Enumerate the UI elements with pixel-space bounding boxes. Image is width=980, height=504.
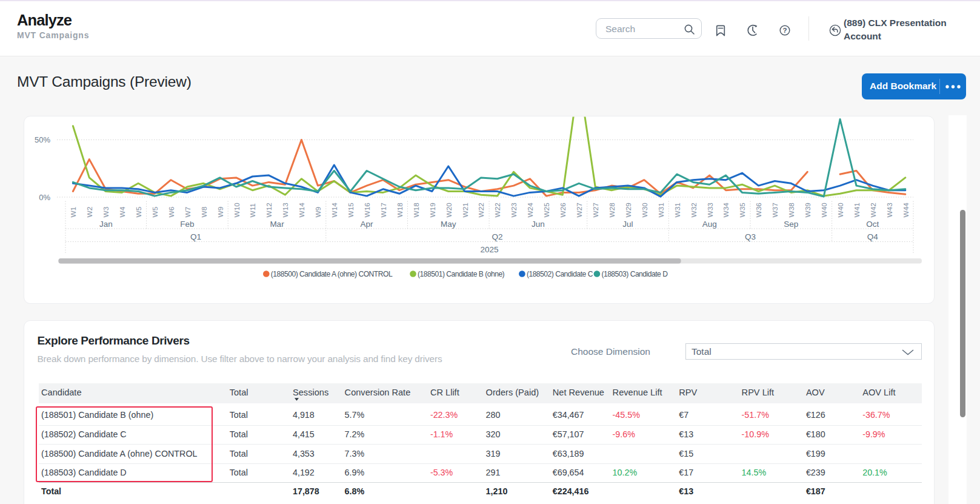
svg-text:W9: W9 <box>216 206 225 217</box>
svg-text:Apr: Apr <box>361 219 374 228</box>
svg-text:W33: W33 <box>706 202 715 217</box>
svg-text:W32: W32 <box>690 203 698 217</box>
svg-text:W14: W14 <box>330 202 339 217</box>
svg-text:W40: W40 <box>836 202 845 217</box>
svg-text:W44: W44 <box>902 202 910 217</box>
svg-text:Oct: Oct <box>866 219 879 228</box>
svg-text:W8: W8 <box>200 206 208 217</box>
svg-text:W5: W5 <box>151 206 159 217</box>
svg-text:Jun: Jun <box>532 219 545 228</box>
svg-text:W36: W36 <box>755 202 763 217</box>
svg-text:Sep: Sep <box>784 219 798 228</box>
svg-text:W41: W41 <box>853 203 861 217</box>
svg-text:W19: W19 <box>428 203 437 217</box>
svg-text:W3: W3 <box>102 206 110 217</box>
svg-text:W27: W27 <box>592 203 600 217</box>
svg-text:W26: W26 <box>559 202 567 217</box>
svg-text:W42: W42 <box>869 203 878 217</box>
svg-text:W16: W16 <box>363 202 372 217</box>
svg-text:W15: W15 <box>347 202 355 217</box>
svg-text:2025: 2025 <box>480 244 498 254</box>
svg-text:W1: W1 <box>69 206 78 217</box>
svg-text:Q4: Q4 <box>867 232 879 241</box>
svg-text:?: ? <box>782 27 787 34</box>
svg-text:W24: W24 <box>526 202 535 217</box>
svg-text:W18: W18 <box>396 202 404 217</box>
svg-text:Feb: Feb <box>180 219 194 228</box>
svg-text:W30: W30 <box>641 202 649 217</box>
svg-text:W38: W38 <box>787 202 796 217</box>
svg-text:W5: W5 <box>135 206 143 217</box>
svg-text:(188503) Candidate D: (188503) Candidate D <box>601 270 668 278</box>
svg-text:W7: W7 <box>184 206 192 217</box>
svg-text:W13: W13 <box>281 202 290 217</box>
svg-text:W10: W10 <box>233 202 241 217</box>
svg-text:W11: W11 <box>248 203 257 217</box>
svg-text:Jul: Jul <box>622 219 633 228</box>
svg-text:W9: W9 <box>314 206 322 217</box>
svg-text:W22: W22 <box>493 203 502 217</box>
svg-text:50%: 50% <box>35 135 50 144</box>
svg-text:W31: W31 <box>673 203 682 217</box>
svg-text:Mar: Mar <box>270 219 284 228</box>
svg-text:Jan: Jan <box>99 219 113 228</box>
svg-text:(188502) Candidate C: (188502) Candidate C <box>527 270 593 278</box>
svg-text:W27: W27 <box>575 203 584 217</box>
svg-text:W37: W37 <box>771 203 779 217</box>
svg-text:May: May <box>441 219 456 228</box>
svg-text:Q3: Q3 <box>745 232 756 241</box>
svg-text:W2: W2 <box>85 206 94 217</box>
svg-text:W39: W39 <box>804 203 812 217</box>
svg-text:(188500) Candidate A (ohne) CO: (188500) Candidate A (ohne) CONTROL <box>271 270 393 278</box>
svg-text:W29: W29 <box>624 203 633 217</box>
svg-text:W21: W21 <box>461 203 470 217</box>
svg-text:W31: W31 <box>657 203 665 217</box>
svg-text:W4: W4 <box>118 206 127 217</box>
svg-text:W35: W35 <box>738 202 747 217</box>
svg-text:W40: W40 <box>820 202 828 217</box>
svg-text:W18: W18 <box>412 202 421 217</box>
svg-text:W14: W14 <box>298 202 306 217</box>
svg-text:Q2: Q2 <box>492 232 503 241</box>
svg-text:Aug: Aug <box>702 219 717 228</box>
svg-text:W17: W17 <box>379 203 388 217</box>
svg-text:W12: W12 <box>265 203 273 217</box>
svg-text:W25: W25 <box>542 202 551 217</box>
svg-text:W20: W20 <box>445 202 453 217</box>
svg-text:W43: W43 <box>885 202 894 217</box>
svg-text:Q1: Q1 <box>190 232 201 241</box>
svg-text:W6: W6 <box>167 206 176 217</box>
svg-text:W34: W34 <box>722 202 730 217</box>
svg-text:0%: 0% <box>39 192 50 201</box>
svg-text:W23: W23 <box>510 202 518 217</box>
svg-text:(188501) Candidate B (ohne): (188501) Candidate B (ohne) <box>418 270 505 278</box>
svg-text:W28: W28 <box>608 202 616 217</box>
svg-text:W22: W22 <box>477 203 485 217</box>
